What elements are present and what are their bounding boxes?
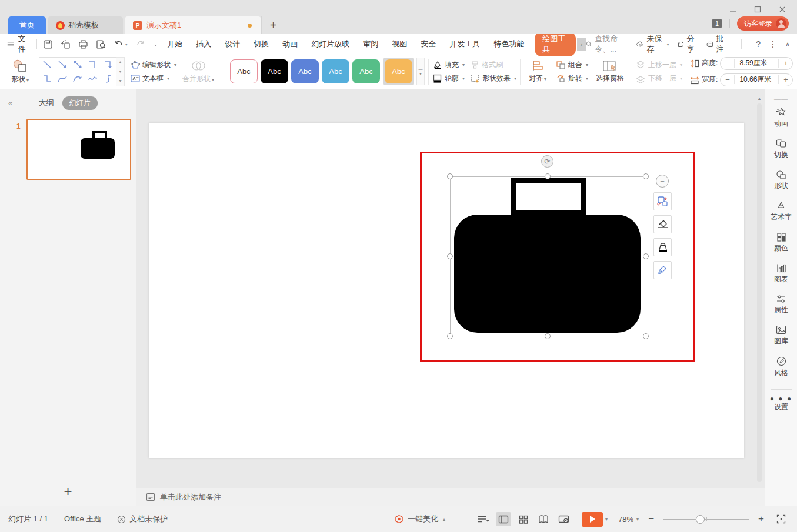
group-button[interactable]: 组合▾	[556, 60, 588, 70]
resize-handle-s[interactable]	[545, 333, 551, 339]
normal-view-button-selected[interactable]	[496, 512, 511, 526]
sidebar-item-transition[interactable]: 切换	[774, 139, 788, 160]
tab-template[interactable]: 稻壳模板	[48, 16, 123, 34]
drawing-tools-next-icon[interactable]: ›	[577, 38, 585, 51]
canvas-scrollbar[interactable]: ▲	[755, 94, 763, 482]
height-decrease-button[interactable]: −	[721, 59, 735, 68]
undo-button[interactable]: ▾	[114, 40, 128, 49]
resize-handle-e[interactable]	[643, 253, 649, 259]
guest-login-button[interactable]: 访客登录	[737, 16, 789, 31]
more-options-icon[interactable]: ⋮	[769, 39, 777, 49]
collapse-panel-icon[interactable]: «	[8, 99, 12, 108]
presenter-view-button[interactable]	[556, 512, 571, 526]
sidebar-item-properties[interactable]: 属性	[774, 295, 788, 315]
gallery-z-connector[interactable]	[39, 72, 55, 86]
one-click-beautify-button[interactable]: 一键美化 ▴	[394, 514, 445, 524]
edit-shape-button[interactable]: 编辑形状▾	[131, 60, 176, 70]
scroll-up-icon[interactable]: ▲	[755, 94, 763, 102]
menu-transition[interactable]: 切换	[254, 39, 269, 49]
send-backward-button-disabled[interactable]: 下移一层▾	[636, 73, 682, 83]
document-protection[interactable]: 文档未保护	[117, 514, 168, 524]
tab-document[interactable]: P 演示文稿1	[125, 16, 261, 34]
resize-handle-se[interactable]	[643, 333, 649, 339]
gallery-scroll-down-icon[interactable]: ▼	[116, 67, 124, 76]
gallery-elbow-connector[interactable]	[85, 58, 101, 72]
shape-effects-button[interactable]: 形状效果▾	[471, 73, 516, 83]
play-options-caret[interactable]: ▾	[605, 517, 608, 522]
print-button[interactable]	[78, 39, 88, 49]
rotation-handle[interactable]: ⟳	[541, 155, 553, 168]
style-brush-button[interactable]	[653, 261, 672, 279]
redo-button-disabled[interactable]	[135, 40, 146, 49]
fill-button[interactable]: 填充▾	[432, 60, 465, 70]
menu-animation[interactable]: 动画	[282, 39, 298, 49]
text-box-button[interactable]: 文本框▾	[131, 73, 176, 83]
gallery-curved-arrow[interactable]	[70, 72, 85, 86]
print-preview-button[interactable]	[96, 39, 106, 49]
menu-slideshow[interactable]: 幻灯片放映	[311, 39, 349, 49]
command-search-input[interactable]: 查找命令、...	[586, 34, 628, 55]
outline-button[interactable]: 轮廓▾	[432, 73, 465, 83]
gallery-curve[interactable]	[55, 72, 70, 86]
notes-toggle-button[interactable]	[476, 512, 491, 526]
resize-handle-ne[interactable]	[643, 173, 649, 179]
scrollbar-track[interactable]	[757, 103, 762, 482]
shape-style-white[interactable]: Abc	[230, 59, 258, 83]
sidebar-grip-icon[interactable]: ——	[774, 95, 788, 102]
menu-security[interactable]: 安全	[421, 39, 436, 49]
save-button[interactable]	[43, 39, 53, 49]
gallery-line[interactable]	[39, 58, 55, 72]
resize-handle-n[interactable]	[545, 173, 551, 179]
zoom-slider-thumb[interactable]	[696, 515, 705, 524]
menu-design[interactable]: 设计	[225, 39, 240, 49]
sidebar-item-settings[interactable]: ● ● ● 设置	[770, 397, 792, 412]
resize-handle-w[interactable]	[447, 253, 453, 259]
selection-pane-button[interactable]: 选择窗格	[592, 60, 628, 83]
export-button[interactable]	[61, 39, 71, 49]
quick-access-more[interactable]: ⌄	[154, 41, 158, 47]
fit-to-window-button[interactable]	[773, 512, 789, 526]
height-value[interactable]: 8.59厘米	[735, 58, 778, 68]
minimize-icon[interactable]	[725, 4, 741, 15]
help-icon[interactable]: ?	[756, 39, 761, 49]
new-tab-button[interactable]: +	[261, 16, 285, 34]
zoom-out-button[interactable]: −	[646, 513, 656, 525]
format-painter-button-disabled[interactable]: 格式刷	[471, 60, 516, 70]
gallery-s-curve[interactable]	[101, 72, 116, 86]
shape-outline-button[interactable]	[653, 238, 672, 256]
resize-handle-nw[interactable]	[447, 173, 453, 179]
bring-forward-button-disabled[interactable]: 上移一层▾	[636, 60, 682, 70]
slideshow-play-button[interactable]	[582, 512, 603, 527]
shape-style-black[interactable]: Abc	[261, 59, 288, 83]
zoom-in-button[interactable]: +	[756, 513, 766, 525]
tab-outline[interactable]: 大纲	[39, 98, 54, 108]
width-decrease-button[interactable]: −	[721, 75, 735, 84]
gallery-double-arrow[interactable]	[70, 58, 85, 72]
gallery-arrow[interactable]	[55, 58, 70, 72]
rotate-button[interactable]: 旋转▾	[556, 73, 588, 83]
shape-style-lightblue[interactable]: Abc	[322, 59, 349, 83]
comment-button[interactable]: 批注	[706, 34, 728, 55]
save-status-button[interactable]: 未保存 ▾	[636, 34, 669, 55]
sidebar-item-colors[interactable]: 颜色	[774, 232, 788, 253]
maximize-icon[interactable]	[750, 4, 765, 15]
zoom-level-button[interactable]: 78% ▾	[618, 515, 639, 524]
zoom-slider[interactable]	[663, 513, 749, 525]
shape-fill-button[interactable]	[653, 215, 672, 233]
height-increase-button[interactable]: +	[778, 59, 792, 68]
tab-slides-active[interactable]: 幻灯片	[62, 96, 98, 110]
menu-insert[interactable]: 插入	[196, 39, 211, 49]
sidebar-item-shapes[interactable]: 形状	[774, 170, 788, 191]
replace-shape-button[interactable]	[653, 192, 672, 210]
menu-special-features[interactable]: 特色功能	[493, 39, 524, 49]
menu-developer[interactable]: 开发工具	[449, 39, 480, 49]
menu-view[interactable]: 视图	[392, 39, 407, 49]
briefcase-shape-body[interactable]	[454, 215, 641, 333]
shape-style-green[interactable]: Abc	[352, 59, 380, 83]
menu-start[interactable]: 开始	[167, 39, 182, 49]
slide-1-thumbnail[interactable]	[26, 119, 131, 180]
sidebar-item-style[interactable]: 风格	[774, 356, 788, 378]
gallery-squiggle[interactable]	[85, 72, 101, 86]
shape-style-orange-selected[interactable]: Abc	[385, 59, 412, 83]
theme-name[interactable]: Office 主题	[64, 514, 101, 524]
